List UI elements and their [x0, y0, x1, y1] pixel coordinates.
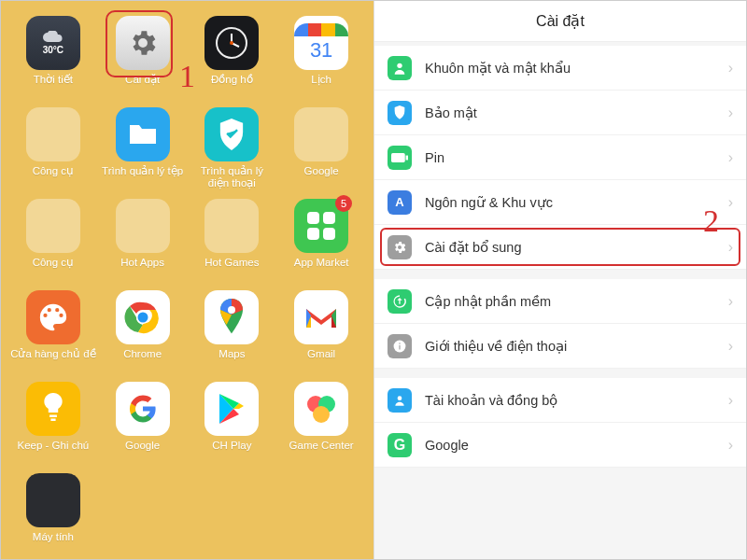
row-security[interactable]: Bảo mật ›	[374, 91, 746, 135]
app-chplay[interactable]: CH Play	[188, 380, 277, 466]
palette-icon	[26, 290, 80, 344]
row-label: Khuôn mặt và mật khẩu	[425, 61, 728, 76]
annotation-step-2: 2	[703, 203, 719, 239]
row-label: Ngôn ngữ & Khu vực	[425, 195, 728, 210]
app-hotgames-folder[interactable]: Hot Games	[188, 197, 277, 283]
app-tools-folder-2[interactable]: Công cụ	[8, 197, 98, 283]
app-google[interactable]: Google	[98, 380, 188, 466]
app-gmail[interactable]: Gmail	[276, 288, 366, 374]
svg-rect-12	[391, 153, 405, 162]
language-icon: A	[388, 190, 412, 215]
app-label: Maps	[218, 348, 245, 372]
svg-point-6	[137, 313, 148, 323]
app-phone-manager[interactable]: Trình quản lý điện thoại	[188, 105, 277, 191]
gear-icon	[388, 235, 412, 259]
app-weather[interactable]: 30°C Thời tiết	[8, 14, 98, 100]
app-appmarket[interactable]: 5 App Market	[276, 197, 366, 283]
settings-list: Khuôn mặt và mật khẩu › Bảo mật › Pin › …	[374, 42, 746, 468]
row-label: Pin	[425, 150, 728, 165]
row-language[interactable]: A Ngôn ngữ & Khu vực ›	[374, 180, 746, 225]
row-accounts-sync[interactable]: Tài khoản và đồng bộ ›	[374, 378, 746, 423]
app-label: CH Play	[212, 440, 251, 464]
row-label: Google	[425, 438, 728, 453]
row-label: Cài đặt bổ sung	[425, 240, 728, 255]
calculator-icon	[26, 473, 80, 527]
row-battery[interactable]: Pin ›	[374, 135, 746, 180]
folder-icon	[26, 107, 80, 161]
appmarket-icon: 5	[294, 199, 348, 253]
chevron-right-icon: ›	[728, 338, 733, 355]
app-label: Gmail	[307, 348, 335, 372]
info-icon	[388, 334, 412, 358]
gmail-icon	[294, 290, 348, 344]
app-label: Hot Apps	[120, 257, 164, 281]
app-clock[interactable]: Đồng hồ	[188, 14, 277, 100]
home-screen: 30°C Thời tiết Cài đặt Đồng hồ 31 Lịch	[1, 1, 374, 560]
clock-icon	[204, 16, 259, 70]
app-label: Chrome	[123, 348, 162, 372]
app-settings[interactable]: Cài đặt	[98, 14, 188, 100]
app-label: Trình quản lý tệp	[102, 165, 183, 189]
app-hotapps-folder[interactable]: Hot Apps	[98, 197, 188, 283]
svg-rect-13	[406, 155, 408, 160]
calendar-icon: 31	[294, 16, 348, 70]
svg-point-17	[398, 396, 402, 400]
face-icon	[388, 56, 412, 80]
app-label: Cửa hàng chủ đề	[10, 348, 95, 372]
notification-badge: 5	[335, 195, 352, 212]
app-google-folder[interactable]: Google	[276, 105, 366, 191]
app-label: Công cụ	[33, 257, 74, 281]
chevron-right-icon: ›	[728, 194, 733, 211]
row-face-password[interactable]: Khuôn mặt và mật khẩu ›	[374, 46, 746, 91]
weather-temp: 30°C	[43, 45, 63, 55]
settings-icon	[116, 16, 170, 70]
folder-file-icon	[116, 107, 170, 161]
app-label: Đồng hồ	[211, 74, 253, 98]
app-gamecenter[interactable]: Game Center	[276, 380, 366, 466]
row-software-update[interactable]: Cập nhật phần mềm ›	[374, 279, 746, 324]
app-grid: 30°C Thời tiết Cài đặt Đồng hồ 31 Lịch	[8, 14, 366, 557]
weather-icon: 30°C	[26, 16, 80, 70]
keep-icon	[26, 382, 80, 436]
chevron-right-icon: ›	[728, 60, 733, 77]
annotation-step-1: 1	[179, 59, 195, 94]
app-file-manager[interactable]: Trình quản lý tệp	[98, 105, 188, 191]
update-icon	[388, 289, 412, 314]
chrome-icon	[116, 290, 170, 344]
google-g-icon: G	[388, 433, 412, 457]
app-calculator[interactable]: Máy tính	[8, 471, 98, 557]
app-chrome[interactable]: Chrome	[98, 288, 188, 374]
app-label: Google	[304, 165, 339, 189]
app-theme-store[interactable]: Cửa hàng chủ đề	[8, 288, 98, 374]
folder-icon	[116, 199, 170, 253]
app-maps[interactable]: Maps	[188, 288, 277, 374]
svg-rect-15	[399, 344, 400, 349]
app-keep[interactable]: Keep - Ghi chú	[8, 380, 98, 466]
svg-point-7	[228, 306, 235, 314]
row-label: Cập nhật phần mềm	[425, 294, 728, 309]
app-label: Hot Games	[204, 257, 259, 281]
app-label: Máy tính	[33, 531, 74, 555]
row-about-phone[interactable]: Giới thiệu về điện thoại ›	[374, 324, 746, 369]
app-label: Công cụ	[33, 165, 74, 189]
app-label: Trình quản lý điện thoại	[190, 165, 275, 189]
folder-icon	[294, 107, 348, 161]
chevron-right-icon: ›	[728, 293, 733, 310]
app-calendar[interactable]: 31 Lịch	[276, 14, 366, 100]
app-label: App Market	[294, 257, 349, 281]
row-google[interactable]: G Google ›	[374, 423, 746, 468]
app-label: Cài đặt	[125, 74, 160, 98]
app-tools-folder-1[interactable]: Công cụ	[8, 105, 98, 191]
row-additional-settings[interactable]: Cài đặt bổ sung ›	[374, 225, 746, 270]
play-icon	[204, 382, 259, 436]
app-label: Keep - Ghi chú	[18, 440, 90, 464]
chevron-right-icon: ›	[728, 392, 733, 409]
row-label: Tài khoản và đồng bộ	[425, 393, 728, 408]
account-icon	[388, 388, 412, 413]
maps-icon	[204, 290, 259, 344]
calendar-day: 31	[310, 38, 332, 63]
app-label: Google	[125, 440, 160, 464]
folder-icon	[204, 199, 259, 253]
shield-icon	[388, 101, 412, 125]
svg-point-10	[313, 406, 330, 423]
